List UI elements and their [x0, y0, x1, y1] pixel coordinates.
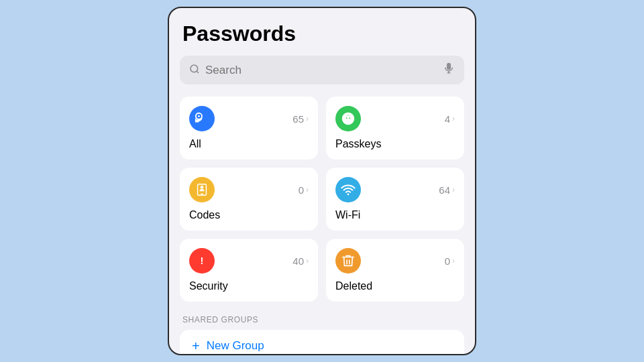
wifi-label: Wi-Fi	[335, 209, 455, 221]
passkeys-label: Passkeys	[335, 138, 455, 150]
search-input[interactable]	[205, 64, 437, 77]
new-group-label: New Group	[207, 339, 264, 353]
search-icon	[189, 64, 200, 77]
svg-line-1	[197, 71, 199, 73]
security-label: Security	[189, 280, 309, 292]
chevron-icon: ›	[452, 185, 455, 194]
chevron-icon: ›	[306, 185, 309, 194]
deleted-count: 0 ›	[445, 255, 455, 267]
card-all[interactable]: 65 › All	[180, 97, 318, 160]
wifi-count: 64 ›	[439, 184, 455, 196]
card-codes[interactable]: 0 › Codes	[180, 168, 318, 231]
passkeys-count: 4 ›	[445, 113, 455, 125]
category-grid: 65 › All	[180, 97, 464, 302]
deleted-label: Deleted	[335, 280, 455, 292]
content-area: Passwords	[169, 8, 475, 354]
all-count: 65 ›	[292, 113, 309, 125]
search-bar[interactable]	[180, 56, 464, 84]
card-wifi[interactable]: 64 › Wi-Fi	[326, 168, 464, 231]
svg-point-8	[201, 186, 204, 189]
shared-groups-header: SHARED GROUPS	[180, 315, 464, 324]
svg-point-4	[198, 115, 200, 117]
svg-point-9	[347, 194, 350, 196]
card-deleted[interactable]: 0 › Deleted	[326, 239, 464, 302]
chevron-icon: ›	[452, 114, 455, 123]
chevron-icon: ›	[306, 114, 309, 123]
card-security[interactable]: ! 40 › Security	[180, 239, 318, 302]
chevron-icon: ›	[452, 256, 455, 265]
plus-icon: +	[192, 339, 200, 353]
codes-count: 0 ›	[299, 184, 309, 196]
page-title: Passwords	[180, 21, 464, 46]
codes-icon	[189, 177, 215, 202]
all-label: All	[189, 138, 309, 150]
new-group-card[interactable]: + New Group	[180, 330, 464, 354]
passkeys-icon	[335, 106, 361, 131]
security-icon: !	[189, 248, 215, 274]
all-icon	[189, 106, 215, 131]
wifi-icon	[335, 177, 361, 202]
deleted-icon	[335, 248, 361, 274]
svg-point-0	[191, 65, 198, 72]
svg-point-6	[347, 115, 350, 119]
chevron-icon: ›	[306, 256, 309, 265]
microphone-icon[interactable]	[443, 62, 455, 78]
phone-container: Passwords	[168, 7, 476, 355]
security-count: 40 ›	[292, 255, 309, 267]
card-passkeys[interactable]: 4 › Passkeys	[326, 97, 464, 160]
svg-text:!: !	[201, 255, 204, 266]
codes-label: Codes	[189, 209, 309, 221]
